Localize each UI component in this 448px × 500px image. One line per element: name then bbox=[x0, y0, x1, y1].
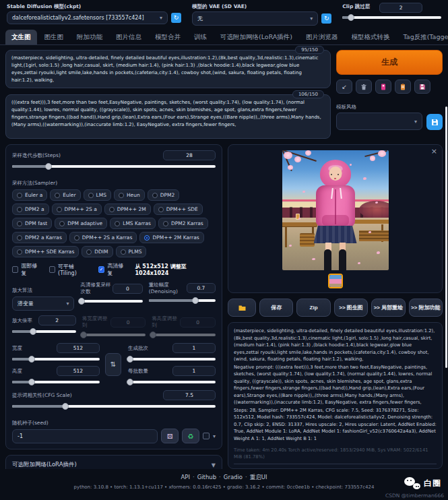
sampler-option[interactable]: LMS bbox=[84, 189, 111, 201]
tab-png-info[interactable]: 图片信息 bbox=[110, 30, 148, 44]
seed-input[interactable]: -1 bbox=[12, 429, 158, 443]
sampler-option[interactable]: DPM++ SDE bbox=[154, 204, 203, 215]
hires-steps-value[interactable]: 0 bbox=[113, 284, 143, 294]
generate-button[interactable]: 生成 bbox=[336, 50, 443, 75]
slider-handle[interactable] bbox=[45, 163, 52, 170]
width-slider[interactable] bbox=[12, 358, 100, 361]
prompt-input[interactable]: (masterpiece, sidelighting, ultra-detail… bbox=[5, 50, 331, 88]
sampler-option[interactable]: PLMS bbox=[116, 246, 147, 257]
cfg-slider[interactable] bbox=[12, 405, 216, 408]
footer-link-gradio[interactable]: Gradio bbox=[224, 474, 243, 480]
slider-handle[interactable] bbox=[192, 297, 199, 304]
batch-size-slider[interactable] bbox=[128, 381, 216, 383]
upscale-by-slider[interactable] bbox=[12, 330, 76, 333]
sampler-option[interactable]: DPM++ 2S a Karras bbox=[69, 232, 137, 243]
upscaler-select[interactable]: 潜变量 ▾ bbox=[12, 296, 74, 311]
tab-extras[interactable]: 附加功能 bbox=[71, 30, 108, 44]
clip-skip-slider[interactable] bbox=[342, 16, 441, 19]
sampler-option[interactable]: DPM adaptive bbox=[55, 218, 107, 229]
batch-size-value[interactable]: 1 bbox=[172, 366, 216, 376]
clip-skip-value[interactable]: 2 bbox=[379, 3, 422, 13]
batch-count-slider[interactable] bbox=[128, 358, 216, 361]
open-folder-button[interactable] bbox=[228, 299, 256, 317]
tab-model-converter[interactable]: 模型格式转换 bbox=[346, 30, 396, 44]
clear-prompt-button[interactable] bbox=[356, 80, 372, 94]
sampler-option[interactable]: DPM++ 2M bbox=[104, 204, 151, 215]
sampler-option[interactable]: DPM2 Karras bbox=[158, 218, 208, 229]
steps-value[interactable]: 28 bbox=[163, 150, 216, 160]
addnet-title[interactable]: 可选附加网络(LoRA插件) bbox=[12, 461, 77, 469]
gallery-thumbnail[interactable] bbox=[328, 274, 343, 288]
footer-link-api[interactable]: API bbox=[181, 474, 190, 480]
sampler-option[interactable]: DDIM bbox=[82, 246, 113, 257]
footer-link-reload-ui[interactable]: 重启UI bbox=[250, 474, 267, 480]
height-slider[interactable] bbox=[12, 381, 100, 383]
refresh-vae-button[interactable]: ↻ bbox=[321, 13, 331, 24]
slider-handle[interactable] bbox=[30, 328, 36, 335]
slider-handle[interactable] bbox=[127, 356, 133, 363]
sampler-option-selected[interactable]: DPM++ 2M Karras bbox=[139, 232, 203, 243]
close-icon[interactable]: × bbox=[431, 147, 437, 156]
send-to-img2img-button[interactable]: >> 图生图 bbox=[334, 299, 368, 317]
generated-image[interactable] bbox=[282, 150, 389, 270]
extra-networks-button[interactable] bbox=[375, 80, 391, 94]
slider-handle[interactable] bbox=[348, 14, 354, 21]
sampler-option[interactable]: DPM fast bbox=[12, 218, 52, 229]
denoising-slider[interactable] bbox=[149, 299, 216, 302]
tab-txt2img[interactable]: 文生图 bbox=[5, 30, 37, 44]
tab-tagger[interactable]: Tag反推(Tagger) bbox=[397, 30, 448, 44]
card-icon bbox=[380, 84, 387, 90]
resize-width-control: 将宽度调整到0 bbox=[82, 315, 146, 338]
page-scrollbar[interactable] bbox=[445, 106, 447, 368]
extra-seed-checkbox[interactable] bbox=[203, 433, 210, 439]
reuse-seed-button[interactable]: ♻ bbox=[182, 429, 199, 443]
style-save-button[interactable] bbox=[426, 114, 443, 130]
sampler-option[interactable]: Euler bbox=[50, 189, 80, 201]
footer-link-github[interactable]: Github bbox=[197, 474, 216, 480]
hires-fix-checkbox[interactable]: 高清修复 bbox=[98, 262, 127, 277]
style-select[interactable]: ▾ bbox=[336, 113, 422, 130]
denoising-value[interactable]: 0.7 bbox=[187, 283, 216, 293]
send-to-extras-button[interactable]: >> 附加功能 bbox=[409, 299, 443, 317]
sampler-option[interactable]: LMS Karras bbox=[110, 218, 156, 229]
negative-prompt-input[interactable]: (((extra feet))),3 feet,more than two fe… bbox=[5, 94, 331, 139]
height-value[interactable]: 512 bbox=[57, 366, 100, 376]
ckpt-select[interactable]: dalceforealistictallyv2.safetensors [733… bbox=[7, 11, 168, 24]
send-to-inpaint-button[interactable]: >> 局部重绘 bbox=[371, 299, 405, 317]
random-seed-button[interactable]: ⚄ bbox=[161, 429, 179, 443]
apply-style-button[interactable] bbox=[395, 80, 411, 94]
refresh-ckpt-button[interactable]: ↻ bbox=[171, 13, 181, 23]
vae-select[interactable]: 无 ▾ bbox=[192, 11, 318, 26]
batch-count-value[interactable]: 1 bbox=[172, 343, 216, 353]
face-restore-checkbox[interactable]: 面部修复 bbox=[12, 262, 41, 277]
slider-handle[interactable] bbox=[28, 379, 35, 385]
slider-handle[interactable] bbox=[127, 379, 133, 385]
upscale-by-value[interactable]: 2 bbox=[38, 315, 76, 325]
slider-handle[interactable] bbox=[78, 298, 85, 305]
sampler-option[interactable]: DPM2 a bbox=[12, 204, 49, 215]
slider-handle[interactable] bbox=[28, 356, 35, 363]
save-image-button[interactable]: 保存 bbox=[259, 299, 293, 317]
slider-handle[interactable] bbox=[62, 403, 69, 410]
accordion-arrow-icon[interactable]: ▼ bbox=[212, 462, 216, 468]
cfg-value[interactable]: 7.5 bbox=[163, 390, 216, 400]
sampler-option[interactable]: Heun bbox=[114, 189, 145, 201]
zip-button[interactable]: Zip bbox=[296, 299, 330, 317]
swap-dimensions-button[interactable]: ⇅ bbox=[105, 353, 121, 376]
hires-steps-slider[interactable] bbox=[80, 300, 142, 303]
sampler-option[interactable]: DPM++ 2S a bbox=[52, 204, 102, 215]
sampler-option[interactable]: DPM2 a Karras bbox=[12, 232, 67, 243]
tab-train[interactable]: 训练 bbox=[188, 30, 213, 44]
tab-checkpoint-merger[interactable]: 模型合并 bbox=[149, 30, 187, 44]
tab-img2img[interactable]: 图生图 bbox=[38, 30, 70, 44]
read-params-button[interactable]: ↙ bbox=[336, 80, 352, 94]
sampler-option[interactable]: DPM++ SDE Karras bbox=[12, 246, 79, 257]
tab-image-browser[interactable]: 图片浏览器 bbox=[300, 30, 344, 44]
sampler-option[interactable]: DPM2 bbox=[148, 189, 180, 201]
steps-slider[interactable] bbox=[12, 165, 216, 168]
save-style-button[interactable] bbox=[414, 80, 430, 94]
sampler-option[interactable]: Euler a bbox=[12, 189, 47, 201]
tab-additional-networks[interactable]: 可选附加网络(LoRA插件) bbox=[214, 30, 298, 44]
tiling-checkbox[interactable]: 可平铺(Tiling) bbox=[49, 263, 90, 276]
width-value[interactable]: 512 bbox=[57, 343, 100, 353]
